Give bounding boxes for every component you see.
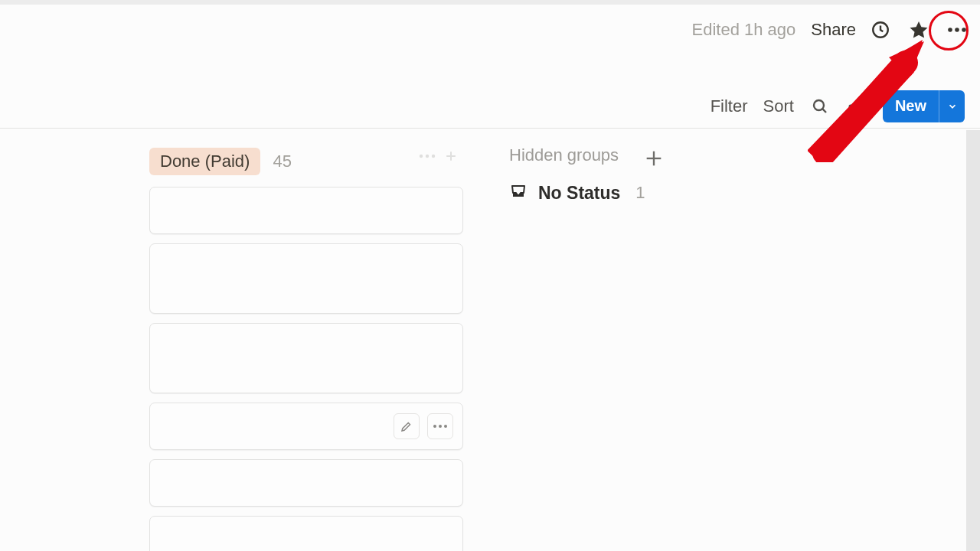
view-more-icon[interactable] — [846, 96, 867, 117]
svg-line-5 — [822, 109, 826, 112]
inbox-icon — [509, 182, 528, 204]
svg-point-8 — [861, 104, 864, 108]
svg-point-11 — [420, 155, 423, 158]
new-dropdown-chevron-icon[interactable] — [939, 90, 965, 122]
board-card[interactable] — [149, 403, 463, 450]
svg-point-3 — [962, 28, 966, 32]
new-button-label: New — [883, 90, 939, 122]
svg-point-13 — [432, 155, 435, 158]
svg-point-12 — [426, 155, 429, 158]
svg-point-2 — [955, 28, 959, 32]
board-card[interactable] — [149, 516, 463, 551]
board-column-done-paid: Done (Paid) 45 — [149, 145, 463, 551]
column-more-icon[interactable] — [419, 148, 436, 167]
search-icon[interactable] — [809, 96, 831, 117]
svg-point-18 — [444, 425, 447, 428]
favorite-star-icon[interactable] — [905, 16, 933, 44]
view-toolbar: Filter Sort New — [0, 84, 980, 129]
more-options-icon[interactable] — [943, 16, 971, 44]
svg-point-1 — [948, 28, 952, 32]
board-body: Done (Paid) 45 Hidden — [149, 145, 965, 551]
svg-point-16 — [433, 425, 436, 428]
column-header: Done (Paid) 45 — [149, 145, 463, 178]
page-header: Edited 1h ago Share — [0, 0, 980, 55]
filter-button[interactable]: Filter — [710, 96, 748, 116]
share-button[interactable]: Share — [811, 20, 856, 40]
new-button[interactable]: New — [883, 90, 965, 122]
board-card[interactable] — [149, 243, 463, 314]
hidden-group-no-status[interactable]: No Status 1 — [509, 182, 645, 204]
hidden-group-label: No Status — [538, 183, 620, 204]
hidden-groups-panel: Hidden groups No Status 1 — [509, 145, 645, 551]
add-column-button[interactable] — [638, 142, 670, 174]
svg-point-7 — [854, 104, 858, 108]
card-edit-icon[interactable] — [394, 413, 420, 439]
right-page-margin — [966, 130, 980, 551]
board-card[interactable] — [149, 323, 463, 393]
sort-button[interactable]: Sort — [763, 96, 794, 116]
svg-point-17 — [439, 425, 442, 428]
hidden-group-count: 1 — [635, 183, 645, 203]
last-edited-label: Edited 1h ago — [692, 20, 796, 40]
column-count: 45 — [273, 152, 291, 171]
board-card[interactable] — [149, 459, 463, 507]
hidden-groups-title: Hidden groups — [509, 145, 645, 165]
column-add-icon[interactable] — [443, 148, 459, 167]
card-more-icon[interactable] — [427, 413, 453, 439]
updates-clock-icon[interactable] — [867, 16, 894, 44]
board-card[interactable] — [149, 187, 463, 234]
status-pill[interactable]: Done (Paid) — [149, 148, 260, 175]
svg-point-4 — [814, 100, 824, 110]
svg-point-6 — [848, 104, 852, 108]
